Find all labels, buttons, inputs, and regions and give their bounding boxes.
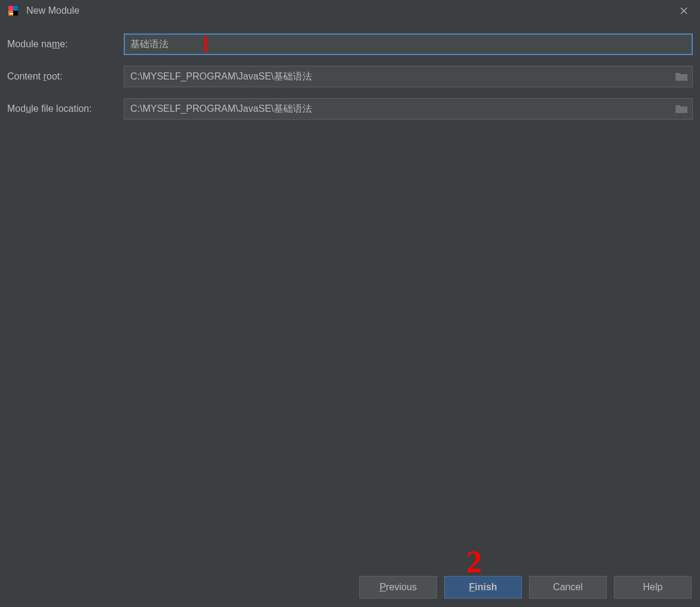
content-root-input[interactable] <box>124 66 693 87</box>
label-text: oot: <box>47 71 63 81</box>
form-grid: Module name: Content root: Module file l… <box>7 33 693 120</box>
label-text: Content <box>7 71 43 81</box>
btn-text: revious <box>386 582 417 592</box>
btn-mnemonic: F <box>469 582 475 592</box>
finish-button[interactable]: Finish <box>444 576 522 599</box>
window-title: New Module <box>26 5 675 16</box>
button-bar: Previous Finish Cancel Help <box>0 570 700 607</box>
previous-button[interactable]: Previous <box>359 576 437 599</box>
label-text: Mod <box>7 103 26 114</box>
module-file-location-label: Module file location: <box>7 103 124 114</box>
btn-text: inish <box>475 582 497 592</box>
label-text: le file location: <box>31 103 91 114</box>
browse-folder-icon[interactable] <box>675 103 688 114</box>
label-mnemonic: m <box>52 39 60 49</box>
close-icon[interactable] <box>675 2 693 20</box>
intellij-icon <box>7 5 19 17</box>
module-name-input-wrap <box>124 33 693 55</box>
label-mnemonic: u <box>26 103 31 114</box>
cancel-button[interactable]: Cancel <box>529 576 607 599</box>
titlebar: New Module <box>0 0 700 22</box>
module-file-location-input-wrap <box>124 98 693 120</box>
content-root-label: Content root: <box>7 71 124 82</box>
label-text: e: <box>60 39 68 49</box>
spacer <box>7 120 693 564</box>
svg-rect-4 <box>10 13 13 14</box>
module-file-location-input[interactable] <box>124 98 693 120</box>
help-button[interactable]: Help <box>614 576 692 599</box>
browse-folder-icon[interactable] <box>675 71 688 82</box>
module-name-input[interactable] <box>124 33 693 55</box>
btn-mnemonic: P <box>380 582 386 592</box>
svg-rect-1 <box>8 6 13 11</box>
label-text: Module na <box>7 39 52 49</box>
content-root-input-wrap <box>124 66 693 87</box>
module-name-label: Module name: <box>7 39 124 50</box>
svg-rect-2 <box>13 6 18 11</box>
dialog-content: Module name: Content root: Module file l… <box>0 22 700 570</box>
